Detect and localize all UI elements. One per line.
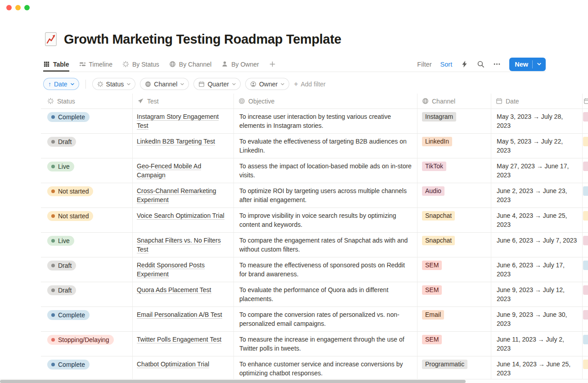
status-cell[interactable]: Stopping/Delaying: [41, 332, 133, 356]
test-link[interactable]: Quora Ads Placement Test: [137, 286, 211, 294]
test-link[interactable]: Voice Search Optimization Trial: [137, 212, 224, 220]
status-cell[interactable]: Draft: [41, 257, 133, 282]
add-filter-button[interactable]: + Add filter: [294, 80, 326, 88]
status-cell[interactable]: Complete: [41, 356, 133, 381]
filter-chip-owner[interactable]: Owner: [245, 78, 289, 90]
status-badge[interactable]: Draft: [47, 285, 76, 295]
channel-cell[interactable]: SEM: [417, 257, 491, 282]
view-tab-table[interactable]: Table: [43, 57, 69, 72]
test-cell[interactable]: Quora Ads Placement Test: [133, 282, 234, 306]
status-badge[interactable]: Stopping/Delaying: [47, 335, 114, 345]
column-header-test[interactable]: Test: [133, 94, 234, 108]
date-range[interactable]: June 4, 2023 → June 25, 2023: [491, 208, 583, 232]
channel-cell[interactable]: Snapchat: [417, 208, 491, 232]
column-header-status[interactable]: Status: [41, 94, 133, 108]
test-link[interactable]: Geo-Fenced Mobile Ad Campaign: [137, 162, 201, 179]
test-cell[interactable]: Geo-Fenced Mobile Ad Campaign: [133, 158, 234, 183]
test-link[interactable]: Chatbot Optimization Trial: [137, 360, 209, 368]
status-cell[interactable]: Draft: [41, 282, 133, 306]
status-cell[interactable]: Complete: [41, 109, 133, 133]
clipped-cell[interactable]: [583, 183, 588, 207]
channel-cell[interactable]: TikTok: [417, 158, 491, 183]
channel-badge[interactable]: Snapchat: [422, 236, 455, 245]
sort-chip-date[interactable]: ↑ Date: [43, 78, 79, 90]
status-cell[interactable]: Draft: [41, 134, 133, 158]
channel-cell[interactable]: Audio: [417, 183, 491, 207]
clipped-cell[interactable]: [583, 233, 588, 257]
test-link[interactable]: Twitter Polls Engagement Test: [137, 336, 221, 343]
clipped-cell[interactable]: [583, 109, 588, 133]
objective-text[interactable]: To measure the effectiveness of sponsore…: [234, 257, 417, 282]
date-range[interactable]: June 2, 2023 → June 23, 2023: [491, 183, 583, 207]
objective-text[interactable]: To evaluate the performance of Quora ads…: [234, 282, 417, 306]
more-options-icon[interactable]: [493, 60, 501, 68]
view-tab-by-status[interactable]: By Status: [122, 57, 159, 72]
sort-button[interactable]: Sort: [440, 61, 453, 68]
scrollbar-thumb[interactable]: [0, 380, 466, 383]
channel-cell[interactable]: Email: [417, 307, 491, 331]
view-tab-by-channel[interactable]: By Channel: [169, 57, 211, 72]
channel-badge[interactable]: Audio: [422, 186, 444, 196]
test-link[interactable]: Reddit Sponsored Posts Experiment: [137, 261, 205, 278]
status-badge[interactable]: Draft: [47, 261, 76, 270]
channel-badge[interactable]: LinkedIn: [422, 137, 452, 146]
test-cell[interactable]: Reddit Sponsored Posts Experiment: [133, 257, 234, 282]
clipped-cell[interactable]: [583, 134, 588, 158]
add-view-button[interactable]: [269, 57, 276, 72]
objective-text[interactable]: To measure the increase in engagement th…: [234, 332, 417, 356]
filter-button[interactable]: Filter: [417, 61, 431, 68]
objective-text[interactable]: To compare the engagement rates of Snapc…: [234, 233, 417, 257]
channel-cell[interactable]: SEM: [417, 282, 491, 306]
new-button[interactable]: New: [509, 58, 546, 71]
status-cell[interactable]: Not started: [41, 183, 133, 207]
date-range[interactable]: May 5, 2023 → July 22, 2023: [491, 134, 583, 158]
view-tab-by-owner[interactable]: By Owner: [221, 57, 259, 72]
objective-text[interactable]: To assess the impact of location-based m…: [234, 158, 417, 183]
test-cell[interactable]: Email Personalization A/B Test: [133, 307, 234, 331]
objective-text[interactable]: To compare the conversion rates of perso…: [234, 307, 417, 331]
status-badge[interactable]: Live: [47, 162, 74, 171]
status-cell[interactable]: Live: [41, 158, 133, 183]
status-badge[interactable]: Complete: [47, 310, 90, 320]
test-link[interactable]: Email Personalization A/B Test: [137, 311, 222, 319]
test-link[interactable]: Instagram Story Engagement Test: [137, 113, 219, 130]
date-range[interactable]: June 14, 2023 → June 25, 2023: [491, 356, 583, 381]
test-cell[interactable]: Voice Search Optimization Trial: [133, 208, 234, 232]
test-link[interactable]: Snapchat Filters vs. No Filters Test: [137, 237, 221, 253]
clipped-cell[interactable]: [583, 158, 588, 183]
status-cell[interactable]: Complete: [41, 307, 133, 331]
objective-text[interactable]: To improve visibility in voice search re…: [234, 208, 417, 232]
date-range[interactable]: June 6, 2023 → July 17, 2023: [491, 257, 583, 282]
test-cell[interactable]: Twitter Polls Engagement Test: [133, 332, 234, 356]
column-header-channel[interactable]: Channel: [417, 94, 491, 108]
status-cell[interactable]: Not started: [41, 208, 133, 232]
date-range[interactable]: May 3, 2023 → July 28, 2023: [491, 109, 583, 133]
objective-text[interactable]: To enhance customer service and increase…: [234, 356, 417, 381]
minimize-window-button[interactable]: [15, 5, 21, 10]
search-icon[interactable]: [477, 60, 485, 68]
clipped-cell[interactable]: [583, 257, 588, 282]
date-range[interactable]: June 6, 2023 → July 7, 2023: [491, 233, 583, 257]
channel-badge[interactable]: SEM: [422, 285, 442, 295]
date-range[interactable]: June 9, 2023 → June 30, 2023: [491, 307, 583, 331]
test-cell[interactable]: Instagram Story Engagement Test: [133, 109, 234, 133]
clipped-cell[interactable]: [583, 332, 588, 356]
status-badge[interactable]: Complete: [47, 360, 90, 369]
objective-text[interactable]: To evaluate the effectiveness of targeti…: [234, 134, 417, 158]
clipped-cell[interactable]: [583, 208, 588, 232]
status-badge[interactable]: Not started: [47, 211, 93, 221]
status-badge[interactable]: Not started: [47, 186, 93, 196]
zoom-window-button[interactable]: [24, 5, 30, 10]
filter-chip-quarter[interactable]: Quarter: [193, 78, 240, 90]
clipped-cell[interactable]: [583, 356, 588, 381]
filter-chip-status[interactable]: Status: [92, 78, 136, 90]
test-link[interactable]: Cross-Channel Remarketing Experiment: [137, 187, 216, 204]
channel-badge[interactable]: Email: [422, 310, 444, 320]
clipped-cell[interactable]: [583, 307, 588, 331]
channel-badge[interactable]: Instagram: [422, 112, 456, 122]
clipped-cell[interactable]: [583, 282, 588, 306]
status-badge[interactable]: Live: [47, 236, 74, 246]
new-dropdown-button[interactable]: [533, 62, 546, 67]
objective-text[interactable]: To increase user interaction by testing …: [234, 109, 417, 133]
channel-badge[interactable]: Programmatic: [422, 360, 467, 369]
